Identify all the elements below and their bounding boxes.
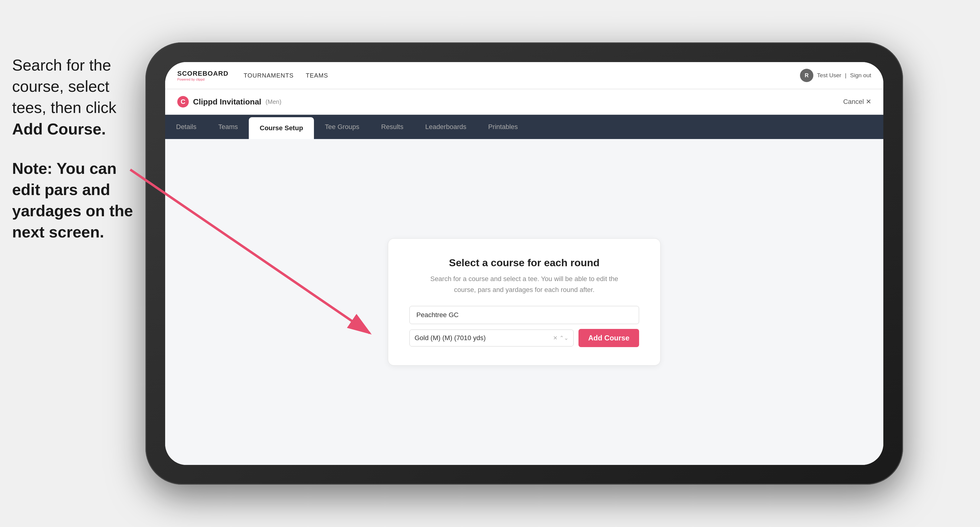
tab-details[interactable]: Details — [165, 115, 207, 139]
tab-teams[interactable]: Teams — [207, 115, 249, 139]
card-description: Search for a course and select a tee. Yo… — [409, 273, 639, 295]
brand-logo: SCOREBOARD Powered by clippd — [177, 70, 229, 81]
tee-select[interactable]: Gold (M) (M) (7010 yds) ✕ ⌃⌄ — [409, 330, 574, 346]
tab-course-setup[interactable]: Course Setup — [249, 117, 314, 139]
tab-tee-groups[interactable]: Tee Groups — [314, 115, 370, 139]
annotation-block: Search for the course, select tees, then… — [12, 54, 142, 243]
add-course-button[interactable]: Add Course — [579, 329, 639, 347]
nav-tournaments[interactable]: TOURNAMENTS — [243, 72, 294, 79]
pipe-divider: | — [845, 72, 846, 79]
course-search-input[interactable] — [409, 306, 639, 324]
tablet-screen: SCOREBOARD Powered by clippd TOURNAMENTS… — [165, 62, 883, 465]
card-title: Select a course for each round — [409, 257, 639, 269]
tournament-name: Clippd Invitational — [193, 97, 261, 106]
top-navbar: SCOREBOARD Powered by clippd TOURNAMENTS… — [165, 62, 883, 89]
tournament-header: C Clippd Invitational (Men) Cancel ✕ — [165, 89, 883, 115]
course-card: Select a course for each round Search fo… — [388, 238, 660, 365]
tournament-badge: (Men) — [266, 98, 281, 105]
annotation-text: Search for the course, select tees, then… — [12, 54, 139, 140]
tee-selection-row: Gold (M) (M) (7010 yds) ✕ ⌃⌄ Add Course — [409, 329, 639, 347]
tee-controls: ✕ ⌃⌄ — [553, 335, 568, 341]
cancel-button[interactable]: Cancel ✕ — [843, 98, 871, 106]
avatar: R — [800, 69, 813, 82]
tab-leaderboards[interactable]: Leaderboards — [414, 115, 477, 139]
tablet-device: SCOREBOARD Powered by clippd TOURNAMENTS… — [145, 43, 903, 484]
user-label: Test User — [817, 72, 841, 79]
tab-printables[interactable]: Printables — [477, 115, 529, 139]
tablet-frame: SCOREBOARD Powered by clippd TOURNAMENTS… — [145, 43, 903, 484]
sign-out-link[interactable]: Sign out — [850, 72, 871, 79]
nav-teams[interactable]: TEAMS — [306, 72, 328, 79]
tournament-title-row: C Clippd Invitational (Men) — [177, 96, 282, 108]
user-section: R Test User | Sign out — [800, 69, 871, 82]
annotation-note: Note: You can edit pars and yardages on … — [12, 158, 142, 243]
tab-bar: Details Teams Course Setup Tee Groups Re… — [165, 115, 883, 139]
main-content: Select a course for each round Search fo… — [165, 139, 883, 465]
tab-results[interactable]: Results — [370, 115, 414, 139]
nav-links: TOURNAMENTS TEAMS — [243, 72, 800, 79]
tournament-icon: C — [177, 96, 189, 108]
